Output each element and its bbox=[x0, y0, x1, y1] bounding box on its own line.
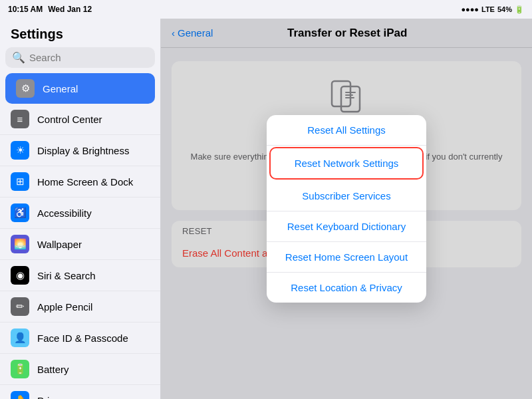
search-icon: 🔍 bbox=[12, 51, 25, 64]
siri-label: Siri & Search bbox=[37, 270, 96, 281]
action-menu: Reset All SettingsReset Network Settings… bbox=[267, 115, 426, 303]
action-menu-overlay[interactable]: Reset All SettingsReset Network Settings… bbox=[161, 19, 532, 399]
sidebar-item-accessibility[interactable]: ♿Accessibility bbox=[0, 198, 160, 229]
search-input[interactable] bbox=[29, 52, 148, 63]
action-menu-item-reset-network[interactable]: Reset Network Settings bbox=[269, 147, 424, 180]
action-menu-item-reset-all[interactable]: Reset All Settings bbox=[267, 115, 426, 146]
sidebar-item-wallpaper[interactable]: 🌅Wallpaper bbox=[0, 229, 160, 260]
sidebar-item-general[interactable]: ⚙General bbox=[5, 73, 155, 104]
sidebar-item-battery[interactable]: 🔋Battery bbox=[0, 354, 160, 385]
home-screen-label: Home Screen & Dock bbox=[37, 176, 133, 188]
sidebar-item-privacy[interactable]: 🤚Privacy bbox=[0, 385, 160, 399]
sidebar-item-control-center[interactable]: ≡Control Center bbox=[0, 104, 160, 135]
siri-icon: ◉ bbox=[11, 266, 29, 285]
control-center-icon: ≡ bbox=[11, 110, 29, 128]
status-bar: 10:15 AM Wed Jan 12 ●●●● LTE 54% 🔋 bbox=[0, 0, 532, 19]
general-icon: ⚙ bbox=[16, 79, 35, 98]
action-menu-item-reset-keyboard[interactable]: Reset Keyboard Dictionary bbox=[267, 211, 426, 242]
sidebar-item-faceid[interactable]: 👤Face ID & Passcode bbox=[0, 323, 160, 354]
battery-icon: 🔋 bbox=[515, 5, 524, 14]
action-menu-item-subscriber[interactable]: Subscriber Services bbox=[267, 181, 426, 211]
privacy-icon: 🤚 bbox=[11, 391, 29, 399]
faceid-icon: 👤 bbox=[11, 329, 29, 347]
network-type: LTE bbox=[481, 5, 495, 13]
battery-icon: 🔋 bbox=[11, 360, 29, 378]
sidebar-item-home-screen[interactable]: ⊞Home Screen & Dock bbox=[0, 166, 160, 198]
home-screen-icon: ⊞ bbox=[11, 172, 29, 191]
pencil-icon: ✏ bbox=[11, 297, 29, 316]
wallpaper-label: Wallpaper bbox=[37, 239, 82, 250]
sidebar-item-pencil[interactable]: ✏Apple Pencil bbox=[0, 291, 160, 323]
display-icon: ☀ bbox=[11, 141, 29, 160]
display-label: Display & Brightness bbox=[37, 145, 129, 156]
battery-level: 54% bbox=[497, 5, 512, 13]
action-menu-item-reset-location[interactable]: Reset Location & Privacy bbox=[267, 273, 426, 303]
general-label: General bbox=[43, 83, 78, 94]
privacy-label: Privacy bbox=[37, 395, 70, 400]
pencil-label: Apple Pencil bbox=[37, 301, 92, 313]
search-bar[interactable]: 🔍 bbox=[5, 47, 155, 68]
main-content: ‹ General Transfer or Reset iPad bbox=[161, 19, 532, 399]
sidebar-item-display[interactable]: ☀Display & Brightness bbox=[0, 135, 160, 166]
signal-icon: ●●●● bbox=[461, 5, 479, 13]
sidebar-items-container: ⚙General≡Control Center☀Display & Bright… bbox=[0, 73, 160, 399]
sidebar: Settings 🔍 ⚙General≡Control Center☀Displ… bbox=[0, 19, 161, 399]
control-center-label: Control Center bbox=[37, 114, 102, 125]
status-date: Wed Jan 12 bbox=[48, 5, 92, 14]
faceid-label: Face ID & Passcode bbox=[37, 332, 128, 344]
sidebar-item-siri[interactable]: ◉Siri & Search bbox=[0, 260, 160, 291]
wallpaper-icon: 🌅 bbox=[11, 235, 29, 253]
action-menu-item-reset-home[interactable]: Reset Home Screen Layout bbox=[267, 242, 426, 273]
accessibility-label: Accessibility bbox=[37, 207, 92, 219]
accessibility-icon: ♿ bbox=[11, 203, 29, 222]
battery-label: Battery bbox=[37, 364, 69, 375]
app-container: Settings 🔍 ⚙General≡Control Center☀Displ… bbox=[0, 19, 532, 399]
sidebar-title: Settings bbox=[0, 19, 160, 47]
status-time: 10:15 AM bbox=[8, 5, 43, 14]
